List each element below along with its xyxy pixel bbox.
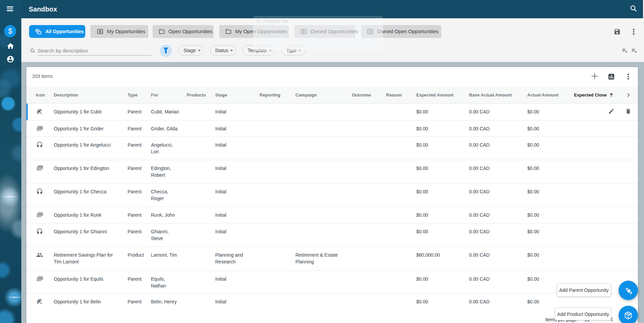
svg-text:$: $ — [99, 29, 102, 34]
